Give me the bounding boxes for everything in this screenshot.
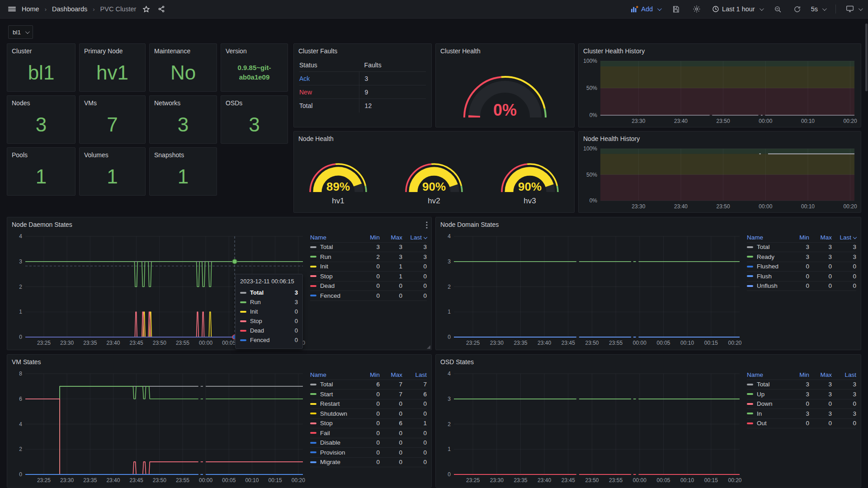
svg-text:00:20: 00:20 [292,477,305,483]
svg-text:23:45: 23:45 [130,340,143,346]
legend-item-provision[interactable]: Provision000 [310,448,427,458]
svg-text:00:10: 00:10 [680,340,694,346]
panel-resize-handle[interactable] [427,345,430,349]
panel-title[interactable]: Cluster Health History [579,44,861,56]
panel-title[interactable]: Node Daemon States [7,217,431,230]
panel-title[interactable]: Snapshots [150,148,217,160]
stat-value: 0.9.85~git-ab0a1e09 [227,63,282,82]
svg-text:00:10: 00:10 [680,477,694,483]
stat-value: No [170,63,196,83]
panel-title[interactable]: Networks [150,96,217,108]
legend-header[interactable]: NameMinMaxLast [310,370,427,380]
legend-item-in[interactable]: In333 [747,409,856,419]
legend-item-up[interactable]: Up333 [747,389,856,399]
legend-header[interactable]: NameMinMaxLast [310,233,427,243]
top-nav: Home › Dashboards › PVC Cluster Add [0,0,868,19]
legend-item-init[interactable]: Init010 [310,262,427,272]
save-dashboard-icon[interactable] [670,4,681,14]
panel-title[interactable]: OSDs [221,96,288,108]
svg-text:23:55: 23:55 [176,340,189,346]
legend-item-total[interactable]: Total333 [747,380,856,390]
add-button[interactable]: Add [631,5,660,13]
legend-item-start[interactable]: Start076 [310,389,427,399]
panel-title[interactable]: Maintenance [150,44,217,56]
svg-text:23:40: 23:40 [674,203,688,210]
svg-text:23:25: 23:25 [37,340,51,346]
legend-item-fenced[interactable]: Fenced000 [310,291,427,301]
svg-text:100%: 100% [583,58,597,64]
legend-item-migrate[interactable]: Migrate000 [310,458,427,468]
panel-title[interactable]: VM States [7,355,431,367]
panel-title[interactable]: Primary Node [80,44,145,56]
panel-title[interactable]: Volumes [80,148,145,160]
panel-title[interactable]: VMs [80,96,145,108]
stat-value: hv1 [96,63,128,83]
panel-title[interactable]: Pools [7,148,75,160]
panel-title[interactable]: OSD States [436,355,861,367]
svg-text:00:15: 00:15 [269,477,282,483]
time-range-picker[interactable]: Last 1 hour [712,5,763,13]
panel-title[interactable]: Cluster Faults [294,44,431,56]
svg-text:00:20: 00:20 [728,477,741,483]
legend-item-total[interactable]: Total677 [310,380,427,390]
svg-text:23:40: 23:40 [106,340,120,346]
node-daemon-states-panel: Node Daemon States 23:2523:3023:3523:402… [7,217,432,350]
legend-item-flush[interactable]: Flush000 [747,272,856,282]
page-scrollbar[interactable] [865,23,868,91]
gauge-label: hv1 [332,197,344,206]
panel-title[interactable]: Cluster Health [436,44,574,56]
legend-item-stop[interactable]: Stop010 [310,272,427,282]
legend-item-dead[interactable]: Dead000 [310,282,427,291]
panel-title[interactable]: Node Domain States [436,217,861,230]
tooltip-row: Total3 [240,288,298,297]
svg-text:0: 0 [448,471,451,478]
legend-item-fail[interactable]: Fail000 [310,428,427,438]
variable-dropdown-cluster[interactable]: bl1 [8,25,33,39]
legend-item-total[interactable]: Total333 [747,243,856,253]
legend-item-shutdown[interactable]: Shutdown000 [310,409,427,419]
star-icon[interactable] [141,4,151,14]
refresh-button[interactable] [793,5,801,13]
dashboard-settings-icon[interactable] [691,4,702,14]
svg-text:23:35: 23:35 [514,477,527,483]
refresh-interval-picker[interactable]: 5s [811,5,826,13]
legend-item-down[interactable]: Down000 [747,399,856,409]
legend-header[interactable]: NameMinMaxLast [747,370,856,380]
legend-item-ready[interactable]: Ready333 [747,252,856,262]
legend-item-run[interactable]: Run233 [310,252,427,262]
kiosk-mode-button[interactable] [846,5,862,13]
legend-item-disable[interactable]: Disable000 [310,438,427,448]
breadcrumb-home[interactable]: Home [22,5,39,13]
zoom-out-icon[interactable] [773,4,783,14]
legend-item-stop[interactable]: Stop061 [310,419,427,429]
cluster-health-history-chart[interactable]: 23:3023:4023:5000:0000:1000:200%50%100% [582,56,857,126]
panel-title[interactable]: Cluster [7,44,75,56]
legend-header[interactable]: NameMinMaxLast [747,233,856,243]
legend-item-total[interactable]: Total333 [310,243,427,253]
legend-item-restart[interactable]: Restart000 [310,399,427,409]
node-health-history-chart[interactable]: 23:3023:4023:5000:0000:1000:200%50%100% [582,144,857,211]
legend-item-flushed[interactable]: Flushed000 [747,262,856,272]
panel-title[interactable]: Nodes [7,96,75,108]
breadcrumb-dashboards[interactable]: Dashboards [52,5,87,13]
legend-item-out[interactable]: Out000 [747,419,856,429]
svg-text:23:55: 23:55 [609,340,623,346]
vm-states-chart[interactable]: 23:2523:3023:3523:4023:4523:5023:5500:00… [11,369,306,485]
svg-text:0%: 0% [590,112,598,118]
share-icon[interactable] [156,4,167,14]
stat-panel-snapshots: Snapshots 1 [149,147,217,196]
legend-item-unflush[interactable]: Unflush000 [747,282,856,291]
panel-title[interactable]: Version [221,44,288,56]
cluster-health-gauge: 0% [436,56,574,124]
svg-text:00:05: 00:05 [222,340,236,346]
stat-panel-volumes: Volumes 1 [79,147,146,196]
menu-icon[interactable] [6,4,17,14]
svg-text:23:55: 23:55 [609,477,623,483]
panel-title[interactable]: Node Health History [579,131,861,144]
osd-states-chart[interactable]: 23:2523:3023:3523:4023:4523:5023:5500:00… [439,369,742,485]
stat-value: 1 [36,167,47,187]
svg-text:00:20: 00:20 [844,203,857,210]
node-domain-states-chart[interactable]: 23:2523:3023:3523:4023:4523:5023:5500:00… [439,232,742,348]
panel-menu-icon[interactable] [426,221,428,230]
panel-title[interactable]: Node Health [294,131,574,144]
